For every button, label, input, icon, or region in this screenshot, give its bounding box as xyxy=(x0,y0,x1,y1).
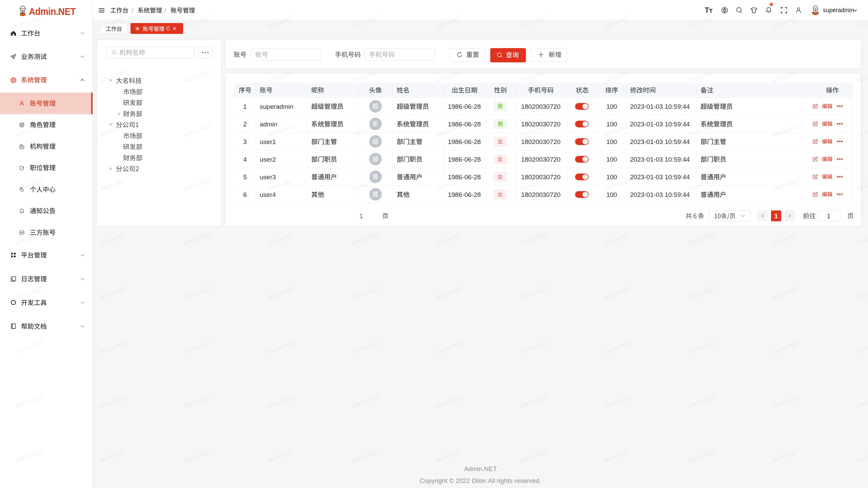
svg-text:Admin.NET: Admin.NET xyxy=(603,393,632,409)
svg-text:Admin.NET: Admin.NET xyxy=(435,231,464,246)
svg-text:Admin.NET: Admin.NET xyxy=(435,339,464,355)
svg-text:Admin.NET: Admin.NET xyxy=(855,448,868,463)
svg-text:Admin.NET: Admin.NET xyxy=(771,393,800,409)
svg-text:Admin.NET: Admin.NET xyxy=(855,231,868,246)
svg-text:Admin.NET: Admin.NET xyxy=(267,339,296,355)
svg-text:Admin.NET: Admin.NET xyxy=(519,231,548,246)
svg-text:Admin.NET: Admin.NET xyxy=(99,231,127,246)
svg-text:Admin.NET: Admin.NET xyxy=(351,285,380,301)
svg-text:Admin.NET: Admin.NET xyxy=(183,448,212,463)
svg-text:Admin.NET: Admin.NET xyxy=(519,339,548,355)
svg-text:Admin.NET: Admin.NET xyxy=(603,231,632,246)
svg-text:Admin.NET: Admin.NET xyxy=(183,285,212,301)
svg-text:Admin.NET: Admin.NET xyxy=(771,285,800,301)
svg-text:Admin.NET: Admin.NET xyxy=(183,231,212,246)
svg-text:Admin.NET: Admin.NET xyxy=(99,339,127,355)
svg-text:Admin.NET: Admin.NET xyxy=(519,285,548,301)
svg-text:Admin.NET: Admin.NET xyxy=(267,448,296,463)
svg-text:Admin.NET: Admin.NET xyxy=(687,231,716,246)
svg-text:Admin.NET: Admin.NET xyxy=(435,448,464,463)
svg-text:Admin.NET: Admin.NET xyxy=(183,393,212,409)
svg-text:Admin.NET: Admin.NET xyxy=(99,393,127,409)
svg-text:Admin.NET: Admin.NET xyxy=(687,339,716,355)
svg-text:Admin.NET: Admin.NET xyxy=(267,285,296,301)
svg-text:Admin.NET: Admin.NET xyxy=(267,393,296,409)
svg-text:Admin.NET: Admin.NET xyxy=(771,448,800,463)
svg-text:Admin.NET: Admin.NET xyxy=(183,339,212,355)
svg-text:Admin.NET: Admin.NET xyxy=(435,393,464,409)
svg-text:Admin.NET: Admin.NET xyxy=(687,285,716,301)
svg-text:Admin.NET: Admin.NET xyxy=(603,448,632,463)
svg-text:Admin.NET: Admin.NET xyxy=(519,393,548,409)
svg-text:Admin.NET: Admin.NET xyxy=(351,448,380,463)
svg-text:Admin.NET: Admin.NET xyxy=(351,393,380,409)
svg-text:Admin.NET: Admin.NET xyxy=(771,231,800,246)
svg-text:Admin.NET: Admin.NET xyxy=(267,231,296,246)
svg-text:Admin.NET: Admin.NET xyxy=(855,339,868,355)
svg-text:Admin.NET: Admin.NET xyxy=(351,231,380,246)
svg-text:Admin.NET: Admin.NET xyxy=(687,448,716,463)
svg-text:Admin.NET: Admin.NET xyxy=(603,285,632,301)
svg-text:Admin.NET: Admin.NET xyxy=(99,285,127,301)
svg-text:Admin.NET: Admin.NET xyxy=(771,339,800,355)
svg-text:Admin.NET: Admin.NET xyxy=(855,393,868,409)
svg-text:Admin.NET: Admin.NET xyxy=(687,393,716,409)
svg-text:Admin.NET: Admin.NET xyxy=(519,448,548,463)
svg-text:Admin.NET: Admin.NET xyxy=(351,339,380,355)
svg-text:Admin.NET: Admin.NET xyxy=(603,339,632,355)
svg-text:Admin.NET: Admin.NET xyxy=(855,285,868,301)
svg-text:Admin.NET: Admin.NET xyxy=(435,285,464,301)
svg-text:Admin.NET: Admin.NET xyxy=(99,448,127,463)
